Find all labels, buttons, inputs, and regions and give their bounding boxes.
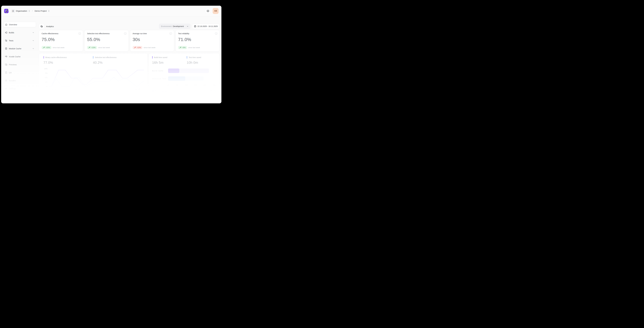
book-icon bbox=[206, 10, 209, 12]
sidebar-item-module-cache[interactable]: Module Cache bbox=[3, 46, 36, 51]
trend-up-icon bbox=[88, 47, 90, 48]
sidebar-item-label: Builds bbox=[9, 32, 14, 34]
trend-up-icon bbox=[134, 47, 136, 48]
svg-text:25%: 25% bbox=[45, 81, 48, 83]
delta-badge: +20% bbox=[42, 46, 52, 49]
svg-text:100%: 100% bbox=[44, 68, 48, 70]
time-saved-panel: Build time saved 16h 5m Test time saved … bbox=[149, 53, 220, 96]
delta-badge: +10% bbox=[133, 46, 142, 49]
stat-value: 75.0% bbox=[42, 37, 80, 42]
home-icon bbox=[5, 23, 8, 26]
info-icon[interactable]: i bbox=[124, 32, 126, 35]
legend-swatch bbox=[152, 56, 153, 59]
project-switcher-icon[interactable] bbox=[48, 10, 50, 12]
sidebar-item-label: Tests bbox=[9, 40, 14, 42]
stat-value: 71.0% bbox=[178, 37, 217, 42]
page-title: Analytics bbox=[46, 25, 54, 28]
delta-badge: +10% bbox=[87, 46, 97, 49]
info-icon[interactable]: i bbox=[215, 32, 218, 35]
legend-selective-test: Selective test effectiveness bbox=[93, 56, 116, 59]
stat-note: since last week bbox=[98, 47, 110, 49]
stat-note: since last week bbox=[188, 47, 200, 49]
chevron-down-icon bbox=[32, 48, 34, 50]
stat-card-average-run-time: Average run time i 30s +10% since last w… bbox=[130, 30, 174, 51]
svg-text:75%: 75% bbox=[45, 72, 48, 74]
legend-swatch bbox=[93, 56, 94, 59]
date-range-picker[interactable]: 22.10.2025 - 10.11.2025 bbox=[192, 24, 220, 29]
environment-select[interactable]: Environment: Development bbox=[159, 24, 190, 29]
analytics-icon bbox=[39, 24, 44, 29]
stat-title: Average run time bbox=[133, 33, 172, 35]
app-window: A Organisation / Demo Project AB bbox=[1, 6, 222, 103]
date-range-value: 22.10.2025 - 10.11.2025 bbox=[198, 25, 218, 27]
legend-swatch bbox=[152, 90, 154, 92]
sidebar-item-previews[interactable]: Previews bbox=[3, 62, 36, 67]
stat-title: Selective test effectiveness bbox=[87, 33, 126, 35]
main-content: Analytics Environment: Development 22.10… bbox=[38, 16, 222, 103]
svg-text:Jan 21: Jan 21 bbox=[51, 88, 56, 90]
stat-note: since last week bbox=[144, 47, 156, 49]
delta-badge: +5% bbox=[178, 46, 187, 49]
sidebar-item-xcode-cache[interactable]: Xcode Cache bbox=[3, 54, 36, 59]
sidebar-item-overview[interactable]: Overview bbox=[3, 22, 36, 27]
legend-actual-test-time: Actual test time 19h 20m bbox=[152, 94, 216, 96]
user-avatar[interactable]: AB bbox=[213, 8, 218, 14]
legend-build-time-saved: Build time saved bbox=[152, 56, 187, 59]
bundle-icon bbox=[5, 79, 7, 82]
stat-card-selective-test-effectiveness: Selective test effectiveness i 55.0% +10… bbox=[84, 30, 128, 51]
environment-value: Development bbox=[173, 25, 184, 27]
database-icon bbox=[5, 47, 7, 50]
legend-binary-cache: Binary cache effectiveness bbox=[44, 56, 93, 59]
sidebar-item-label: Module Cache bbox=[9, 48, 22, 50]
sidebar-item-label: Overview bbox=[9, 24, 17, 26]
trend-up-icon bbox=[43, 47, 45, 48]
stat-value: 55.0% bbox=[87, 37, 126, 42]
legend-swatch bbox=[187, 56, 187, 59]
sidebar-item-label: QA bbox=[9, 71, 12, 74]
legend-actual-build-time: Actual build time 22h 10m bbox=[152, 90, 216, 92]
topbar: A Organisation / Demo Project AB bbox=[1, 6, 222, 16]
clipboard-check-icon bbox=[5, 71, 7, 74]
sidebar-item-label: Previews bbox=[9, 64, 17, 66]
effectiveness-line-chart: 0%25%50%75%100%Jan 21Jan 28 bbox=[44, 68, 144, 91]
legend-test-time-saved: Test time saved bbox=[187, 56, 201, 59]
legend-value: 77.0% bbox=[44, 61, 93, 65]
sidebar-item-tests[interactable]: Tests bbox=[3, 38, 36, 43]
effectiveness-panel: Binary cache effectiveness 77.0% Selecti… bbox=[39, 53, 148, 96]
legend-value: 16h 5m bbox=[152, 61, 187, 65]
info-icon[interactable]: i bbox=[170, 32, 172, 35]
org-switcher-icon[interactable] bbox=[28, 10, 30, 12]
sidebar-item-label: Bundles bbox=[9, 79, 16, 82]
info-icon[interactable]: i bbox=[78, 32, 81, 35]
docs-button[interactable] bbox=[205, 8, 210, 14]
chevron-down-icon bbox=[187, 26, 188, 27]
bar-row-build-cache: Build Cache bbox=[152, 69, 216, 73]
stat-note: since last week bbox=[53, 47, 64, 49]
devices-icon bbox=[5, 63, 7, 66]
stat-cards-row: Cache effectiveness i 75.0% +20% since l… bbox=[39, 30, 220, 51]
stat-title: Test reliability bbox=[178, 33, 217, 35]
chevron-down-icon bbox=[32, 32, 34, 34]
svg-text:Jan 28: Jan 28 bbox=[134, 88, 140, 90]
chevron-down-icon bbox=[32, 40, 34, 42]
analytics-header: Analytics Environment: Development 22.10… bbox=[39, 24, 220, 29]
sidebar-item-bundles[interactable]: Bundles bbox=[3, 78, 36, 83]
stat-title: Cache effectiveness bbox=[42, 33, 80, 35]
sidebar-item-label: Xcode Cache bbox=[9, 56, 20, 58]
bar-row-selective-test: Selective Test bbox=[152, 76, 216, 81]
tests-icon bbox=[5, 39, 7, 42]
sidebar-item-qa[interactable]: QA bbox=[3, 70, 36, 75]
calendar-icon bbox=[194, 25, 196, 28]
environment-label: Environment: bbox=[161, 25, 172, 27]
stat-value: 30s bbox=[133, 37, 172, 42]
org-avatar: A bbox=[12, 10, 15, 13]
bar-fill bbox=[168, 76, 185, 81]
breadcrumb-divider: / bbox=[32, 10, 33, 12]
sidebar-item-builds[interactable]: Builds bbox=[3, 30, 36, 35]
sidebar-item-settings[interactable]: Settings bbox=[3, 86, 36, 91]
time-saved-bar-chart: Build Cache Selective Test bbox=[152, 69, 216, 86]
tuist-logo-icon bbox=[4, 8, 9, 14]
trend-up-icon bbox=[180, 47, 181, 48]
project-name: Demo Project bbox=[35, 10, 47, 12]
cube-icon bbox=[5, 55, 7, 58]
